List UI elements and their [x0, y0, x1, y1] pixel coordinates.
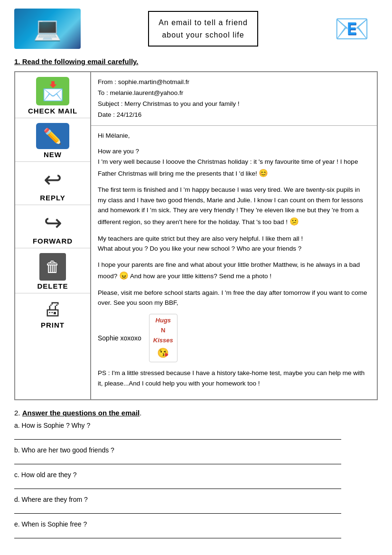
sidebar-item-reply[interactable]: ↩ REPLY [15, 162, 90, 205]
answer-line-a [14, 431, 341, 440]
kiss-emoji: 😘 [157, 345, 169, 360]
answer-line-b [14, 456, 341, 464]
section1-heading: 1. Read the following email carefully. [14, 57, 378, 66]
hugs-line1: Hugs [156, 316, 171, 326]
forward-label: FORWARD [33, 237, 73, 245]
question-c: c. How old are they ? [14, 471, 378, 489]
delete-icon: 🗑 [39, 253, 66, 281]
print-label: PRINT [41, 321, 65, 329]
question-e-label: e. When is Sophie free ? [14, 520, 378, 528]
email-ps: PS : I'm a little stressed because I hav… [98, 368, 370, 388]
hugs-line2: N [161, 326, 165, 336]
question-b-label: b. Who are her two good friends ? [14, 446, 378, 454]
question-a-label: a. How is Sophie ? Why ? [14, 422, 378, 429]
new-label: NEW [44, 151, 62, 159]
email-para1: How are you ? I 'm very well because I l… [98, 146, 370, 179]
sidebar-item-print[interactable]: 🖨 PRINT [15, 293, 90, 332]
email-to: To : melanie.laurent@yahoo.fr [98, 88, 370, 99]
questions-section: 2. Answer the questions on the email. a.… [14, 409, 378, 538]
section2-number: 2. [14, 409, 22, 417]
email-subject: Subject : Merry Christmas to you and you… [98, 99, 370, 110]
forward-icon: ↩ [44, 210, 62, 235]
header-title-line2: about your school life [159, 29, 248, 41]
delete-label: DELETE [37, 282, 68, 290]
question-b: b. Who are her two good friends ? [14, 446, 378, 464]
email-from: From : sophie.martin@hotmail.fr [98, 77, 370, 88]
email-container: 📩 CHECK MAIL ✏️ NEW ↩ REPLY ↩ FORWARD 🗑 … [14, 71, 378, 400]
section1-text: Read the following email carefully. [22, 57, 139, 66]
section1-number: 1. [14, 57, 22, 66]
email-icon-image: 📧 [326, 9, 378, 49]
email-header-info: From : sophie.martin@hotmail.fr To : mel… [91, 72, 377, 126]
section2-instruction: Answer the questions on the email [22, 409, 140, 417]
email-sidebar: 📩 CHECK MAIL ✏️ NEW ↩ REPLY ↩ FORWARD 🗑 … [15, 72, 91, 399]
sidebar-item-new[interactable]: ✏️ NEW [15, 118, 90, 162]
header-title-line1: An email to tell a friend [159, 17, 248, 29]
email-para3: My teachers are quite strict but they ar… [98, 234, 370, 254]
print-icon: 🖨 [43, 298, 62, 320]
answer-line-c [14, 480, 341, 489]
email-para2: The first term is finished and I 'm happ… [98, 185, 370, 227]
sidebar-item-forward[interactable]: ↩ FORWARD [15, 205, 90, 248]
question-e: e. When is Sophie free ? [14, 520, 378, 538]
question-c-label: c. How old are they ? [14, 471, 378, 479]
question-d: d. Where are they from ? [14, 496, 378, 514]
reply-icon: ↩ [44, 167, 62, 192]
write-email-icon: ✏️ [36, 123, 69, 149]
section2-period: . [140, 409, 141, 417]
answer-line-d [14, 505, 341, 514]
question-d-label: d. Where are they from ? [14, 496, 378, 503]
email-signature-row: Sophie xoxoxo Hugs N Kisses 😘 [98, 314, 370, 362]
check-mail-label: CHECK MAIL [28, 107, 77, 115]
email-body: Hi Mélanie, How are you ? I 'm very well… [91, 126, 377, 399]
email-greeting: Hi Mélanie, [98, 131, 370, 141]
reply-label: REPLY [40, 194, 65, 202]
check-mail-icon: 📩 [36, 77, 69, 105]
sidebar-item-check-mail[interactable]: 📩 CHECK MAIL [15, 72, 90, 118]
hugs-badge: Hugs N Kisses 😘 [149, 314, 177, 362]
email-date: Date : 24/12/16 [98, 110, 370, 121]
answer-line-e [14, 530, 341, 538]
laptop-image [14, 9, 81, 49]
section2-heading: 2. Answer the questions on the email. [14, 409, 378, 417]
header-title-box: An email to tell a friend about your sch… [148, 11, 258, 47]
email-signature: Sophie xoxoxo [98, 333, 141, 343]
question-a: a. How is Sophie ? Why ? [14, 422, 378, 440]
hugs-line3: Kisses [153, 336, 173, 346]
page-header: An email to tell a friend about your sch… [14, 9, 378, 49]
sidebar-item-delete[interactable]: 🗑 DELETE [15, 248, 90, 293]
email-para4: I hope your parents are fine and what ab… [98, 260, 370, 282]
email-content: From : sophie.martin@hotmail.fr To : mel… [91, 72, 377, 399]
email-para5: Please, visit me before school starts ag… [98, 288, 370, 308]
